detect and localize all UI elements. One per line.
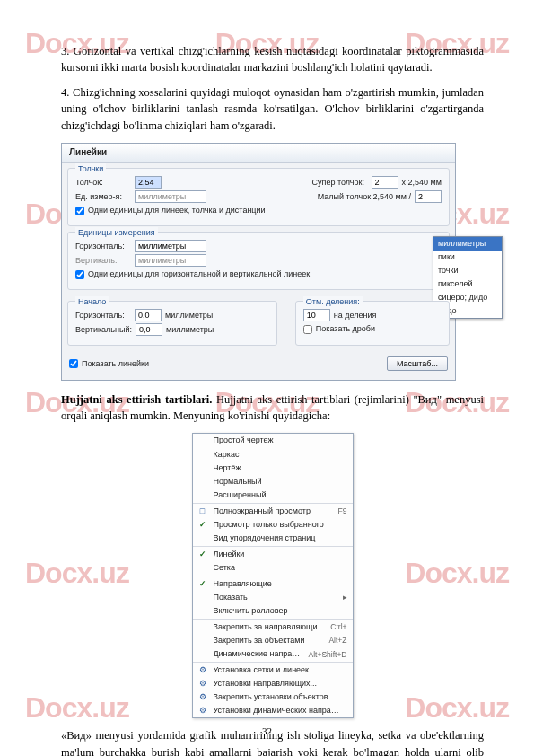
menu-item[interactable]: Показать▸ [193,591,353,604]
group-title: Начало [75,296,109,308]
menu-item[interactable]: Сетка [193,561,353,575]
group-tolchki: Толчки Толчок: Супер толчок: x 2,540 мм … [67,168,450,226]
dropdown-item[interactable]: миллиметры [433,237,502,251]
origin-v-label: Вертикальный: [75,324,132,336]
origin-h-unit: миллиметры [165,310,213,321]
menu-item[interactable]: ⚙Установка сетки и линеек... [193,664,353,677]
menu-item[interactable]: ✓Линейки [193,548,353,561]
chk2-label: Одни единицы для горизонтальной и вертик… [88,268,310,280]
menu-item[interactable]: Расширенный [193,488,353,502]
super-suffix: x 2,540 мм [402,177,442,189]
maly-label: Малый толчок 2,540 мм / [318,191,411,203]
paragraph-4: 4. Chizg'ichning xossalarini quyidagi mu… [61,84,484,133]
menu-item[interactable]: Включить ролловер [193,604,353,618]
menu-item[interactable]: Вид упорядочения страниц [193,532,353,545]
origin-v-input[interactable] [136,323,162,336]
dialog-title: Линейки [62,144,455,163]
group-title: Толчки [75,163,106,175]
show-rulers-label: Показать линейки [82,358,149,370]
menu-item[interactable]: Каркас [193,448,353,462]
menu-item[interactable]: ⚙Установки направляющих... [193,677,353,690]
dropdown-item[interactable]: пики [433,251,502,264]
chk3-label: Показать дроби [316,323,375,335]
view-menu: Простой чертежКаркасЧертёжНормальныйРасш… [192,433,354,718]
group-title: Отм. деления: [303,296,363,308]
origin-h-label: Горизонталь: [75,310,131,321]
origin-h-input[interactable] [135,309,162,321]
chk1-label: Одни единицы для линеек, толчка и дистан… [88,205,266,216]
menu-item[interactable]: ⚙Закрепить установки объектов... [193,690,353,704]
tolchok-input[interactable] [135,176,162,189]
menu-item[interactable]: □Полноэкранный просмотрF9 [193,505,353,518]
ed-label: Ед. измер-я: [75,191,131,203]
super-input[interactable] [372,176,398,189]
dropdown-item[interactable]: точки [433,264,502,277]
same-hv-checkbox[interactable] [75,270,84,279]
menu-item[interactable]: ✓Просмотр только выбранного [193,518,353,532]
menu-item[interactable]: Нормальный [193,475,353,488]
show-rulers-checkbox[interactable] [69,359,78,368]
tolchok-label: Толчок: [75,177,131,189]
paragraph-after-1: «Вид» menyusi yordamida grafik muharriri… [61,727,484,756]
menu-item[interactable]: Закрепить за направляющимиCtrl+ [193,620,353,634]
menu-item[interactable]: ⚙Установки динамических направляющих... [193,704,353,717]
group-title: Единицы измерения [75,227,158,239]
divisions-suffix: на деления [334,310,377,321]
ed-select[interactable] [135,190,206,203]
origin-v-unit: миллиметры [166,324,214,336]
horiz-select[interactable] [135,240,206,252]
same-units-checkbox[interactable] [75,207,84,215]
super-label: Супер толчок: [312,177,368,189]
show-fractions-checkbox[interactable] [303,325,312,334]
menu-item[interactable]: Простой чертеж [193,434,353,447]
group-units: Единицы измерения Горизонталь: Вертикаль… [67,232,450,290]
rulers-dialog: Линейки Толчки Толчок: Супер толчок: x 2… [61,143,456,382]
group-origin: Начало Горизонталь: миллиметры Вертикаль… [67,301,277,346]
group-divisions: Отм. деления: на деления Показать дроби [295,301,450,346]
vert-label: Вертикаль: [75,255,131,267]
menu-item[interactable]: Закрепить за объектамиAlt+Z [193,634,353,647]
heading-paragraph: Hujjatni aks ettirish tartiblari. Hujjat… [61,391,484,424]
menu-item[interactable]: Динамические направляющиеAlt+Shift+D [193,647,353,661]
horiz-label: Горизонталь: [75,241,131,252]
scale-button[interactable]: Масштаб... [387,356,448,371]
document-content: 3. Gorizontal va vertikal chizg'ichlarni… [0,0,534,756]
menu-item[interactable]: Чертёж [193,462,353,475]
divisions-input[interactable] [303,309,330,321]
paragraph-3: 3. Gorizontal va vertikal chizg'ichlarni… [61,43,484,75]
menu-item[interactable]: ✓Направляющие [193,577,353,591]
heading-bold: Hujjatni aks ettirish tartiblari. [61,393,212,406]
dropdown-item[interactable]: пикселей [433,277,502,291]
maly-input[interactable] [415,190,442,203]
vert-select[interactable] [135,254,206,267]
